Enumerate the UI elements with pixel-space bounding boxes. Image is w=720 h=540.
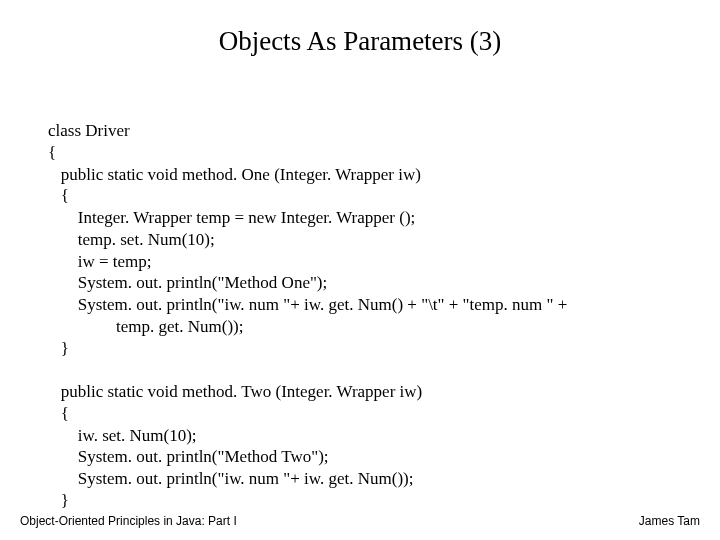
code-block: class Driver { public static void method… — [48, 120, 690, 512]
slide-title: Objects As Parameters (3) — [0, 0, 720, 57]
footer-left: Object-Oriented Principles in Java: Part… — [20, 514, 237, 528]
footer-right: James Tam — [639, 514, 700, 528]
slide: Objects As Parameters (3) class Driver {… — [0, 0, 720, 540]
